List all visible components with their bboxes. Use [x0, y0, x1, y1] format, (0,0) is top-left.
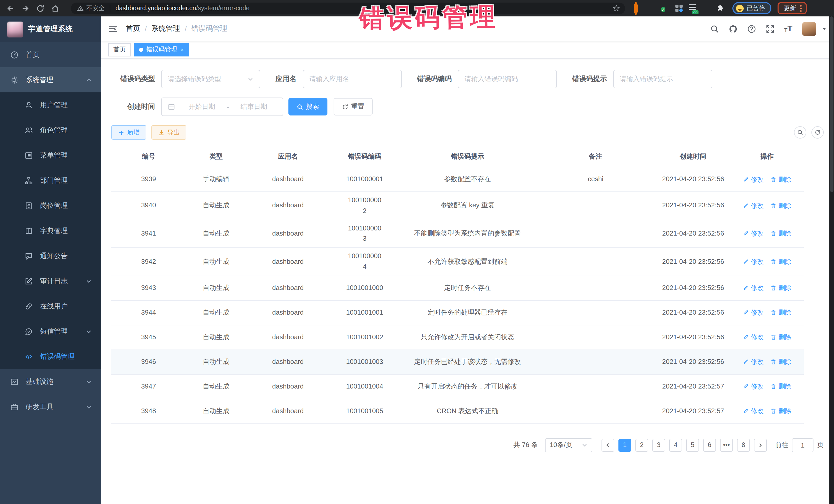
delete-link[interactable]: 删除: [770, 381, 791, 392]
edit-link[interactable]: 修改: [743, 201, 764, 211]
edit-link[interactable]: 修改: [743, 257, 764, 267]
hamburger-icon[interactable]: [108, 25, 117, 33]
delete-link[interactable]: 删除: [770, 229, 791, 239]
sidebar-item-user[interactable]: 用户管理: [0, 92, 101, 117]
page-button[interactable]: 2: [635, 439, 648, 452]
browser-scrollbar[interactable]: [829, 17, 834, 504]
extension-list-icon[interactable]: on: [689, 4, 697, 12]
delete-link[interactable]: 删除: [770, 283, 791, 293]
delete-link[interactable]: 删除: [770, 308, 791, 318]
reset-button[interactable]: 重置: [334, 98, 373, 115]
browser-update-button[interactable]: 更新: [777, 2, 807, 14]
date-range-picker[interactable]: 开始日期 - 结束日期: [161, 97, 283, 116]
help-icon[interactable]: [747, 24, 756, 33]
toggle-search-button[interactable]: [794, 126, 806, 138]
app-logo[interactable]: 芋道管理系统: [0, 17, 101, 42]
sidebar-item-gear[interactable]: 系统管理: [0, 67, 101, 92]
bookmark-star-icon[interactable]: [613, 5, 620, 12]
extension-gem-icon[interactable]: [647, 4, 655, 12]
delete-link[interactable]: 删除: [770, 201, 791, 211]
cell-msg: 定时任务的处理器已经存在: [400, 301, 535, 325]
filter-app-label: 应用名: [276, 74, 303, 84]
sidebar-item-audit[interactable]: 审计日志: [0, 268, 101, 293]
sidebar-item-dashboard[interactable]: 首页: [0, 42, 101, 67]
browser-menu-icon[interactable]: [800, 5, 802, 12]
page-button[interactable]: 5: [686, 439, 699, 452]
edit-link[interactable]: 修改: [743, 174, 764, 184]
add-button[interactable]: 新增: [111, 125, 146, 139]
sidebar-item-notice[interactable]: 通知公告: [0, 243, 101, 268]
edit-link[interactable]: 修改: [743, 332, 764, 343]
extension-spy-icon[interactable]: [703, 4, 711, 12]
edit-link[interactable]: 修改: [743, 283, 764, 293]
url-host[interactable]: dashboard.yudao.iocoder.cn: [115, 5, 196, 12]
extension-grid-icon[interactable]: [675, 4, 683, 12]
page-button[interactable]: 8: [737, 439, 750, 452]
sidebar-item-dict[interactable]: 字典管理: [0, 218, 101, 243]
edit-link[interactable]: 修改: [743, 357, 764, 367]
back-icon[interactable]: [6, 4, 15, 13]
tag-close-icon[interactable]: ×: [181, 46, 184, 52]
cell-msg: 不允许获取敏感配置到前端: [400, 248, 535, 275]
sidebar-item-post[interactable]: 岗位管理: [0, 193, 101, 218]
url-path[interactable]: /system/error-code: [196, 5, 249, 12]
search-icon[interactable]: [710, 24, 719, 33]
breadcrumb-item[interactable]: 首页: [126, 24, 140, 34]
page-button-active[interactable]: 1: [618, 439, 631, 452]
error-msg-input[interactable]: 请输入错误码提示: [613, 70, 712, 88]
delete-link[interactable]: 删除: [770, 257, 791, 267]
app-name-input[interactable]: 请输入应用名: [303, 70, 402, 88]
fullscreen-icon[interactable]: [766, 24, 774, 33]
sidebar-item-code[interactable]: 错误码管理: [0, 344, 101, 369]
error-type-select[interactable]: 请选择错误码类型: [161, 70, 260, 88]
github-icon[interactable]: [729, 24, 738, 33]
sidebar-item-tools[interactable]: 研发工具: [0, 394, 101, 419]
page-size-select[interactable]: 10条/页: [545, 438, 592, 452]
delete-link[interactable]: 删除: [770, 357, 791, 367]
delete-link[interactable]: 删除: [770, 332, 791, 343]
extensions-puzzle-icon[interactable]: [717, 4, 724, 12]
edit-link[interactable]: 修改: [743, 229, 764, 239]
next-page-button[interactable]: [754, 439, 767, 452]
edit-link[interactable]: 修改: [743, 308, 764, 318]
delete-link[interactable]: 删除: [770, 406, 791, 416]
security-label[interactable]: 不安全: [86, 4, 105, 13]
edit-link[interactable]: 修改: [743, 406, 764, 416]
page-button[interactable]: 4: [669, 439, 682, 452]
user-avatar[interactable]: [802, 22, 816, 36]
font-size-icon[interactable]: TT: [784, 25, 792, 33]
profile-paused-badge[interactable]: 已暂停: [732, 2, 771, 14]
tag-view-active[interactable]: 错误码管理×: [134, 43, 189, 56]
extension-check-icon[interactable]: ✓: [661, 4, 669, 12]
error-code-input[interactable]: 请输入错误码编码: [458, 70, 557, 88]
home-icon[interactable]: [51, 4, 60, 13]
caret-down-icon[interactable]: [822, 26, 827, 31]
sidebar-item-online[interactable]: 在线用户: [0, 293, 101, 319]
forward-icon[interactable]: [21, 4, 30, 13]
address-bar[interactable]: 不安全 dashboard.yudao.iocoder.cn/system/er…: [71, 2, 625, 14]
page-button[interactable]: 3: [652, 439, 665, 452]
sidebar-item-role[interactable]: 角色管理: [0, 117, 101, 143]
extension-orange-icon[interactable]: [633, 4, 641, 12]
delete-icon: [770, 384, 776, 390]
sidebar-item-infra[interactable]: 基础设施: [0, 369, 101, 394]
breadcrumb-item[interactable]: 系统管理: [151, 24, 180, 34]
delete-link[interactable]: 删除: [770, 174, 791, 184]
page-button[interactable]: •••: [720, 439, 733, 452]
sidebar-item-sms[interactable]: 短信管理: [0, 319, 101, 344]
edit-link-label: 修改: [751, 201, 764, 211]
prev-page-button[interactable]: [601, 439, 614, 452]
scrollbar-thumb[interactable]: [830, 17, 833, 192]
search-button[interactable]: 搜索: [288, 98, 327, 115]
refresh-button[interactable]: [811, 126, 824, 138]
export-button[interactable]: 导出: [151, 125, 186, 139]
tag-view-item[interactable]: 首页: [108, 43, 131, 56]
edit-link[interactable]: 修改: [743, 381, 764, 392]
sidebar-item-menu[interactable]: 菜单管理: [0, 143, 101, 168]
goto-page-input[interactable]: 1: [792, 438, 813, 452]
reload-icon[interactable]: [36, 4, 45, 13]
cell-time: 2021-04-20 23:52:56: [656, 301, 730, 325]
page-button[interactable]: 6: [703, 439, 716, 452]
sidebar-item-dept[interactable]: 部门管理: [0, 168, 101, 193]
cell-remark: [535, 350, 656, 374]
